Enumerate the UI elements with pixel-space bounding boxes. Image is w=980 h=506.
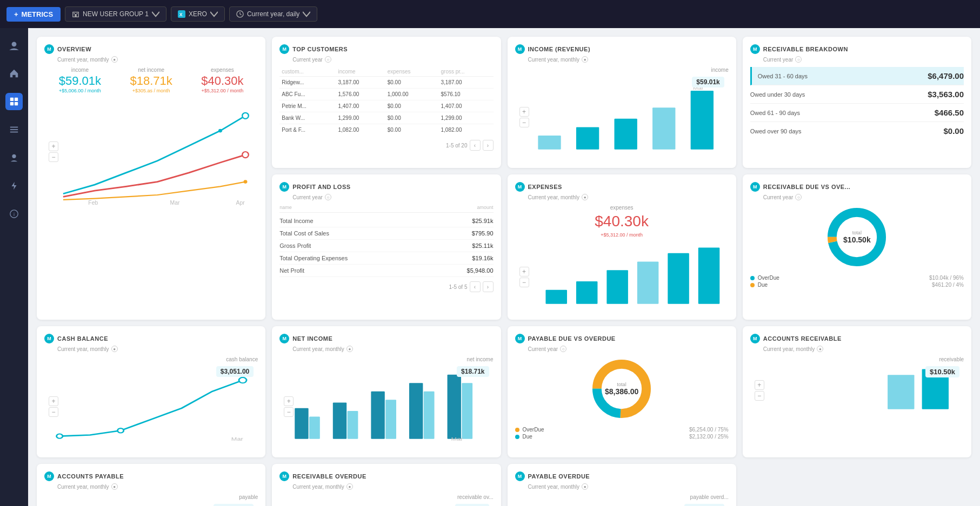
cash-zoom-in[interactable]: + [49, 396, 58, 406]
zoom-in-button[interactable]: + [49, 141, 58, 151]
accounts-receivable-zoom-in[interactable]: + [755, 380, 764, 390]
top-navigation: + METRICS NEW USER GROUP 1 X XERO Curren… [0, 0, 980, 28]
income-zoom-out[interactable]: − [519, 118, 529, 127]
overview-line-chart: Feb Mar Apr [44, 98, 258, 206]
receivable-donut-container: total $10.50k OverDue $10.04k / 96% Due … [750, 205, 964, 288]
payable-due-vs-overdue-title: PAYABLE DUE VS OVERDUE [528, 335, 616, 342]
sidebar-item-home[interactable] [5, 65, 23, 82]
payable-legend-due: Due $2,132.00 / 25% [515, 434, 729, 440]
net-income-zoom-out[interactable]: − [284, 407, 294, 417]
cash-balance-title: CASH BALANCE [57, 335, 108, 342]
expenses-zoom-out[interactable]: − [519, 278, 529, 287]
income-sub: +$5,006.00 / month [59, 88, 101, 93]
svg-rect-13 [10, 129, 18, 130]
expenses-sub: +$5,312.00 / month [515, 232, 729, 238]
xero-label: XERO [189, 10, 207, 18]
payable-overdue-dot [515, 428, 519, 432]
xero-dropdown[interactable]: X XERO [171, 6, 225, 22]
net-income-zoom-in[interactable]: + [284, 396, 294, 406]
accounts-receivable-zoom-controls: + − [755, 380, 764, 401]
col-gross: gross pr... [439, 67, 494, 77]
expenses-subtitle: Current year, monthly ● [528, 194, 729, 200]
svg-rect-50 [385, 400, 396, 439]
income-zoom-in[interactable]: + [519, 107, 529, 117]
svg-rect-49 [371, 392, 385, 439]
svg-point-15 [12, 154, 16, 158]
table-row: Petrie M...1,407.00$0.001,407.00 [279, 100, 493, 112]
accounts-payable-header: M ACCOUNTS PAYABLE [44, 471, 258, 481]
profit-loss-card: M PROFIT AND LOSS Current year ○ name am… [272, 174, 501, 320]
next-page-button[interactable]: › [483, 140, 494, 151]
receivable-breakdown-header: M RECEIVABLE BREAKDOWN [750, 44, 964, 54]
sidebar-item-person[interactable] [5, 149, 23, 166]
receivable-overdue-info[interactable]: ● [346, 483, 353, 490]
pl-prev-button[interactable]: ‹ [470, 281, 481, 292]
legend-row-due: Due $461.20 / 4% [750, 282, 964, 288]
pl-pagination: 1-5 of 5 ‹ › [279, 281, 493, 292]
profit-loss-subtitle: Current year ○ [292, 194, 493, 200]
receivable-due-vs-over-info[interactable]: ○ [795, 194, 802, 200]
cash-balance-chart-label: cash balance [44, 356, 258, 362]
cash-balance-header: M CASH BALANCE [44, 334, 258, 343]
overview-info[interactable]: ● [111, 56, 118, 63]
top-customers-pagination: 1-5 of 20 ‹ › [279, 140, 493, 151]
pl-next-button[interactable]: › [483, 281, 494, 292]
profit-loss-info[interactable]: ○ [325, 194, 331, 200]
expenses-value: $40.30k [515, 213, 729, 230]
payable-due-vs-overdue-info[interactable]: ○ [560, 346, 566, 352]
income-revenue-info[interactable]: ● [582, 56, 588, 63]
overview-metrics: income $59.01k +$5,006.00 / month net in… [44, 67, 258, 93]
svg-rect-32 [545, 290, 567, 304]
net-income-card: M NET INCOME Current year, monthly ● net… [272, 326, 501, 457]
svg-rect-28 [614, 119, 637, 150]
col-customer: custom... [279, 67, 336, 77]
payable-overdue-chart-area: $6,254.00 + − [515, 501, 729, 506]
cash-balance-info[interactable]: ● [111, 346, 118, 352]
expenses-title: EXPENSES [528, 184, 562, 190]
payable-overdue-icon: M [515, 471, 525, 481]
svg-text:Feb: Feb [88, 200, 98, 206]
payable-due-vs-overdue-subtitle: Current year ○ [528, 346, 729, 352]
sidebar-item-bolt[interactable] [5, 177, 23, 194]
table-row: Ridgew...3,187.00$0.003,187.00 [279, 77, 493, 89]
accounts-receivable-info[interactable]: ● [817, 346, 823, 352]
sidebar-avatar[interactable] [5, 37, 23, 54]
svg-rect-37 [698, 247, 719, 303]
accounts-receivable-subtitle: Current year, monthly ● [763, 346, 964, 352]
metrics-label: METRICS [22, 10, 54, 18]
xero-icon: X [178, 10, 185, 18]
expenses-zoom-in[interactable]: + [519, 267, 529, 276]
cash-zoom-out[interactable]: − [49, 407, 58, 417]
top-customers-icon: M [279, 44, 289, 54]
top-customers-header: M TOP CUSTOMERS [279, 44, 493, 54]
net-income-sub: +$305.as / month [130, 88, 172, 93]
time-dropdown[interactable]: Current year, daily [229, 6, 317, 22]
payable-overdue-info[interactable]: ● [582, 483, 588, 490]
svg-text:Apr: Apr [236, 200, 245, 206]
income-chart-label: income [515, 67, 729, 73]
sidebar-item-dashboard[interactable] [5, 93, 23, 110]
prev-page-button[interactable]: ‹ [470, 140, 481, 151]
svg-rect-53 [448, 375, 461, 439]
net-income-info[interactable]: ● [346, 346, 353, 352]
receivable-due-vs-over-card: M RECEIVABLE DUE VS OVE... Current year … [743, 174, 971, 320]
sidebar-item-list[interactable] [5, 121, 23, 138]
overdue-dot [750, 276, 755, 280]
expenses-info[interactable]: ● [582, 194, 588, 200]
add-metrics-button[interactable]: + METRICS [6, 7, 61, 22]
group-dropdown[interactable]: NEW USER GROUP 1 [65, 6, 166, 22]
receivable-overdue-title: RECEIVABLE OVERDUE [292, 473, 366, 480]
pl-row-0: Total Income $25.91k [279, 215, 493, 227]
receivable-breakdown-info[interactable]: ○ [795, 56, 802, 63]
svg-point-19 [242, 113, 249, 119]
top-customers-info[interactable]: ○ [325, 56, 331, 63]
sidebar-item-info[interactable]: i [5, 205, 23, 222]
svg-rect-27 [576, 127, 598, 149]
accounts-receivable-zoom-out[interactable]: − [755, 391, 764, 401]
accounts-payable-subtitle: Current year, monthly ● [57, 483, 258, 490]
zoom-out-button[interactable]: − [49, 152, 58, 162]
payable-donut-label: total $8,386.00 [605, 382, 638, 396]
accounts-payable-info[interactable]: ● [111, 483, 118, 490]
expenses-bar-chart [515, 242, 729, 307]
payable-due-dot [515, 435, 519, 439]
